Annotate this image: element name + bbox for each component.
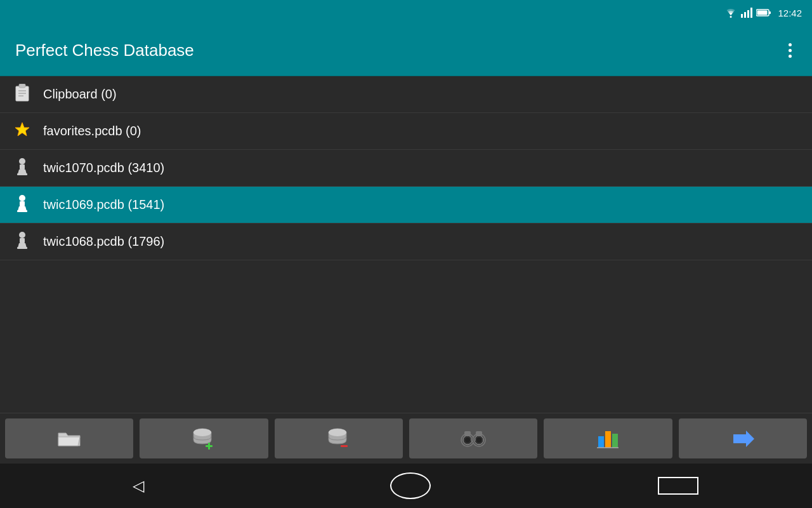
signal-icon (741, 8, 752, 18)
stats-button[interactable] (544, 418, 672, 458)
svg-rect-26 (206, 445, 213, 447)
svg-point-0 (730, 16, 732, 18)
open-button[interactable] (5, 418, 133, 458)
svg-rect-3 (747, 10, 749, 18)
db-add-icon (191, 427, 216, 450)
overflow-menu-button[interactable] (783, 38, 797, 63)
svg-rect-21 (20, 238, 25, 243)
chart-icon (595, 427, 620, 450)
clipboard-icon (13, 84, 32, 105)
svg-point-24 (193, 429, 211, 436)
svg-rect-38 (476, 431, 482, 436)
pawn-icon (13, 157, 32, 179)
status-icons: 12:42 (724, 8, 802, 18)
svg-rect-16 (17, 173, 27, 175)
list-item-label-twic1068: twic1068.pcdb (1796) (43, 234, 799, 249)
database-list: Clipboard (0) favorites.pcdb (0) twic107… (0, 76, 812, 413)
list-item-twic1070[interactable]: twic1070.pcdb (3410) (0, 150, 812, 187)
list-item-label-clipboard: Clipboard (0) (43, 87, 799, 102)
svg-rect-6 (769, 11, 771, 14)
wifi-icon (724, 8, 737, 18)
bottom-toolbar (0, 413, 812, 464)
db-remove-icon (326, 427, 351, 450)
svg-rect-37 (464, 431, 471, 436)
dot1 (789, 43, 792, 46)
svg-point-35 (476, 438, 481, 443)
svg-rect-15 (20, 164, 25, 170)
list-item-label-twic1069: twic1069.pcdb (1541) (43, 197, 799, 212)
list-item-twic1069[interactable]: twic1069.pcdb (1541) (0, 187, 812, 224)
list-item-clipboard[interactable]: Clipboard (0) (0, 76, 812, 113)
svg-rect-22 (17, 247, 27, 249)
svg-point-17 (19, 195, 25, 201)
svg-rect-2 (744, 12, 746, 18)
svg-rect-19 (17, 210, 27, 212)
svg-marker-13 (15, 123, 29, 136)
svg-point-14 (19, 158, 25, 164)
export-button[interactable] (679, 418, 807, 458)
back-button[interactable]: ◁ (114, 471, 163, 501)
svg-point-28 (329, 429, 346, 436)
list-item-favorites[interactable]: favorites.pcdb (0) (0, 113, 812, 150)
svg-rect-40 (605, 431, 611, 448)
svg-rect-4 (750, 8, 752, 18)
svg-rect-7 (757, 11, 768, 15)
status-bar: 12:42 (0, 0, 812, 25)
svg-rect-41 (612, 434, 618, 448)
svg-rect-1 (741, 14, 743, 18)
binoculars-icon (459, 427, 487, 450)
list-item-label-twic1070: twic1070.pcdb (3410) (43, 161, 799, 175)
search-button[interactable] (409, 418, 537, 458)
list-item-twic1068[interactable]: twic1068.pcdb (1796) (0, 224, 812, 260)
pawn-icon (13, 231, 32, 253)
star-icon (13, 121, 32, 142)
svg-rect-39 (598, 436, 604, 448)
navigation-bar: ◁ (0, 464, 812, 508)
svg-rect-29 (341, 445, 348, 447)
list-item-label-favorites: favorites.pcdb (0) (43, 124, 799, 138)
dot3 (789, 55, 792, 58)
folder-open-icon (56, 428, 82, 450)
remove-database-button[interactable] (275, 418, 403, 458)
app-bar: Perfect Chess Database (0, 25, 812, 76)
dot2 (789, 49, 792, 52)
arrow-right-icon (730, 429, 756, 448)
svg-rect-18 (20, 201, 25, 206)
recent-button[interactable] (658, 477, 698, 495)
svg-rect-9 (19, 84, 25, 88)
app-title: Perfect Chess Database (15, 41, 194, 60)
svg-marker-43 (733, 431, 754, 447)
pawn-icon (13, 194, 32, 216)
add-database-button[interactable] (140, 418, 268, 458)
battery-icon (756, 8, 771, 17)
svg-point-20 (19, 232, 25, 238)
svg-rect-36 (471, 438, 476, 441)
svg-point-32 (465, 438, 470, 443)
home-button[interactable] (390, 472, 431, 499)
time-display: 12:42 (778, 8, 802, 18)
